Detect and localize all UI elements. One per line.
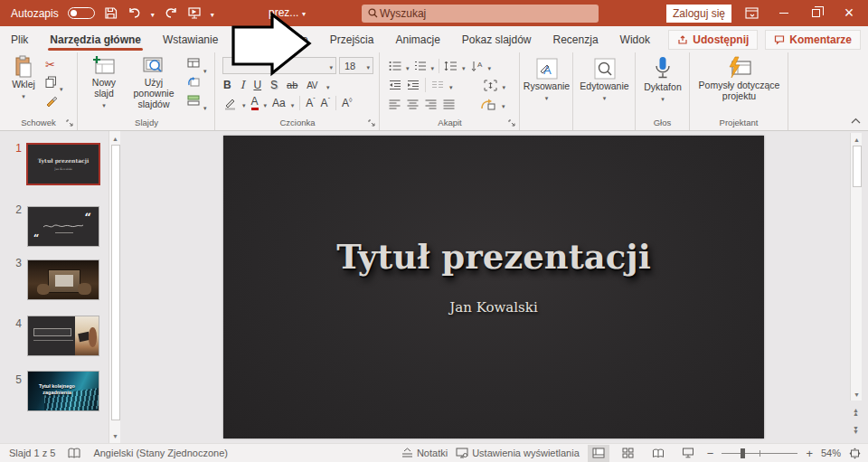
zoom-in-button[interactable]: + bbox=[806, 447, 813, 460]
text-shadow-button[interactable]: S bbox=[270, 79, 278, 91]
strikethrough-button[interactable]: ab bbox=[287, 80, 297, 90]
slideshow-view-button[interactable] bbox=[677, 445, 699, 462]
next-slide-button[interactable]: ▼▼ bbox=[850, 425, 862, 436]
tab-pokaz-slajdow[interactable]: Pokaz slajdów bbox=[451, 26, 542, 52]
collapse-ribbon-button[interactable] bbox=[851, 118, 861, 124]
text-direction-icon[interactable] bbox=[484, 80, 497, 91]
spellcheck-icon[interactable] bbox=[68, 448, 80, 459]
shrink-font-button[interactable]: Aˇ bbox=[321, 97, 330, 109]
tab-animacje[interactable]: Animacje bbox=[384, 26, 450, 52]
drawing-button[interactable]: A Rysowanie bbox=[520, 57, 573, 102]
font-dialog-launcher[interactable] bbox=[368, 119, 376, 127]
font-size-combo[interactable]: 18 bbox=[339, 57, 373, 74]
copy-dropdown[interactable] bbox=[60, 79, 63, 95]
copy-button[interactable] bbox=[45, 76, 57, 88]
change-case-button[interactable]: Aa bbox=[272, 97, 286, 109]
dictate-button[interactable]: Dyktafon bbox=[636, 56, 690, 103]
close-button[interactable] bbox=[836, 0, 862, 26]
tab-przejscia[interactable]: Przejścia bbox=[319, 26, 385, 52]
minimize-button[interactable] bbox=[771, 0, 797, 26]
smartart-dropdown[interactable] bbox=[502, 96, 505, 112]
grow-font-button[interactable]: Aˆ bbox=[306, 97, 315, 109]
sort-text-icon[interactable]: A bbox=[470, 61, 484, 72]
document-title-dropdown[interactable] bbox=[302, 6, 306, 19]
highlight-pen-icon[interactable] bbox=[223, 97, 237, 110]
sign-in-button[interactable]: Zaloguj się bbox=[666, 5, 731, 23]
align-left-icon[interactable] bbox=[389, 99, 401, 109]
align-right-icon[interactable] bbox=[425, 99, 437, 109]
slide-title[interactable]: Tytuł prezentacji bbox=[223, 237, 764, 277]
search-input[interactable]: Wyszukaj bbox=[362, 5, 599, 23]
save-icon[interactable] bbox=[104, 6, 118, 21]
character-spacing-dropdown[interactable] bbox=[326, 77, 330, 93]
share-button[interactable]: Udostępnij bbox=[668, 30, 758, 50]
align-center-icon[interactable] bbox=[407, 99, 419, 109]
clear-formatting-button[interactable]: A◊ bbox=[342, 97, 352, 109]
scroll-down-icon[interactable]: ▼ bbox=[851, 389, 863, 400]
font-color-button[interactable]: A bbox=[251, 96, 259, 110]
layout-dropdown[interactable] bbox=[203, 61, 207, 77]
cut-button[interactable]: ✂ bbox=[45, 58, 55, 71]
smartart-icon[interactable] bbox=[480, 99, 495, 110]
zoom-level[interactable]: 54% bbox=[821, 448, 841, 458]
quick-access-overflow[interactable] bbox=[211, 7, 214, 20]
decrease-indent-icon[interactable] bbox=[389, 80, 401, 90]
thumbnail-scrollbar[interactable]: ▲ ▼ bbox=[108, 131, 120, 443]
numbering-dropdown[interactable] bbox=[431, 58, 435, 74]
previous-slide-button[interactable]: ▲▲ bbox=[850, 407, 862, 418]
restore-button[interactable] bbox=[803, 0, 828, 26]
bullets-dropdown[interactable] bbox=[406, 58, 410, 74]
highlight-pen-dropdown[interactable] bbox=[242, 95, 246, 111]
slide-subtitle[interactable]: Jan Kowalski bbox=[223, 299, 764, 316]
slide-sorter-view-button[interactable] bbox=[618, 445, 639, 462]
zoom-slider-handle[interactable] bbox=[741, 448, 745, 458]
slide-thumbnail-1[interactable]: Tytuł prezentacji Jan Kowalski bbox=[27, 144, 99, 184]
normal-view-button[interactable] bbox=[588, 445, 609, 462]
ribbon-display-options-icon[interactable] bbox=[739, 0, 764, 26]
reading-view-button[interactable] bbox=[647, 445, 669, 462]
design-ideas-button[interactable]: Pomysły dotyczące projektu bbox=[694, 56, 784, 101]
bullets-icon[interactable] bbox=[389, 61, 401, 71]
tab-widok[interactable]: Widok bbox=[609, 26, 661, 52]
notes-button[interactable]: Notatki bbox=[401, 448, 448, 458]
line-spacing-icon[interactable] bbox=[444, 61, 458, 71]
paste-button[interactable]: Wklej bbox=[6, 55, 41, 100]
undo-icon[interactable] bbox=[127, 6, 142, 21]
change-case-dropdown[interactable] bbox=[291, 95, 295, 111]
tab-wstawianie[interactable]: Wstawianie bbox=[152, 26, 229, 52]
bold-button[interactable]: B bbox=[223, 79, 231, 91]
clipboard-dialog-launcher[interactable] bbox=[66, 119, 74, 127]
thumbnail-scrollbar-thumb[interactable] bbox=[111, 145, 120, 420]
new-slide-button[interactable]: Nowy slajd bbox=[84, 55, 124, 109]
slide-thumbnail-3[interactable] bbox=[27, 259, 99, 300]
paragraph-dialog-launcher[interactable] bbox=[508, 119, 516, 127]
language-indicator[interactable]: Angielski (Stany Zjednoczone) bbox=[93, 448, 228, 458]
reuse-slides-button[interactable]: Użyj ponownie slajdów bbox=[126, 55, 182, 109]
fit-slide-to-window-button[interactable] bbox=[849, 448, 861, 459]
tab-projektowanie[interactable]: Projektowanie bbox=[229, 26, 318, 52]
undo-dropdown[interactable] bbox=[151, 7, 155, 20]
tab-plik[interactable]: Plik bbox=[0, 26, 39, 52]
font-name-combo[interactable] bbox=[222, 57, 336, 74]
section-dropdown[interactable] bbox=[203, 98, 207, 114]
font-color-dropdown[interactable] bbox=[264, 95, 268, 111]
slide-thumbnail-4[interactable] bbox=[27, 316, 99, 356]
italic-button[interactable]: I bbox=[241, 79, 245, 91]
line-spacing-dropdown[interactable] bbox=[462, 58, 466, 74]
start-slideshow-icon[interactable] bbox=[187, 6, 202, 21]
slide-indicator[interactable]: Slajd 1 z 5 bbox=[9, 448, 55, 458]
numbering-icon[interactable] bbox=[414, 61, 427, 71]
current-slide[interactable]: Tytuł prezentacji Jan Kowalski bbox=[223, 136, 764, 438]
align-justify-icon[interactable] bbox=[443, 99, 455, 109]
increase-indent-icon[interactable] bbox=[407, 80, 420, 90]
columns-icon[interactable] bbox=[431, 80, 444, 90]
format-painter-button[interactable] bbox=[45, 94, 58, 107]
slide-thumbnail-5[interactable]: Tytuł kolejnego zagadnienia bbox=[27, 371, 99, 411]
tab-recenzja[interactable]: Recenzja bbox=[542, 26, 609, 52]
autosave-toggle[interactable] bbox=[68, 7, 95, 19]
canvas-scrollbar-thumb[interactable] bbox=[853, 146, 862, 187]
comments-button[interactable]: Komentarze bbox=[765, 30, 861, 50]
zoom-out-button[interactable]: − bbox=[707, 447, 714, 460]
text-direction-dropdown[interactable] bbox=[503, 77, 506, 93]
editing-button[interactable]: Edytowanie bbox=[573, 57, 636, 102]
